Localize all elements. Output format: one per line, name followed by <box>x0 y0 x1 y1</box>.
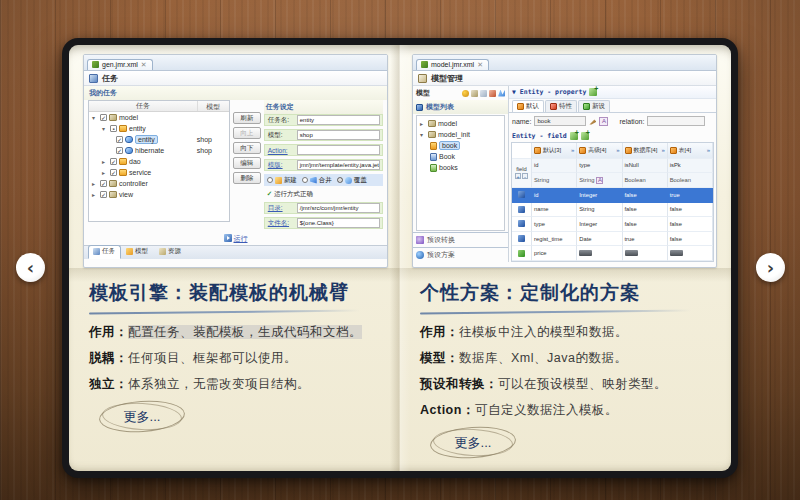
tree-row-selected[interactable]: entity shop <box>89 134 229 145</box>
value-badge[interactable] <box>579 250 592 256</box>
checkbox-checked[interactable] <box>116 147 123 154</box>
letter-a-icon[interactable]: A <box>596 177 603 184</box>
cell[interactable]: id <box>532 188 577 203</box>
tree-row[interactable]: ▾model_init <box>417 129 504 140</box>
cell[interactable]: price <box>532 246 577 261</box>
tab-model[interactable]: 模型 <box>121 245 154 259</box>
cell[interactable] <box>668 246 713 261</box>
row-icon-cell[interactable] <box>512 188 532 203</box>
action-link[interactable]: Action: <box>265 147 297 154</box>
preset-plan-item[interactable]: 预设方案 <box>413 247 508 262</box>
template-input[interactable]: jmr/jmr/template/entity.java.jet <box>297 160 380 170</box>
cell[interactable]: false <box>623 203 668 218</box>
tab-resource[interactable]: 资源 <box>154 245 187 259</box>
value-badge[interactable] <box>625 250 638 256</box>
cell[interactable] <box>623 246 668 261</box>
filename-link[interactable]: 文件名: <box>265 219 297 228</box>
tree-row[interactable]: ▸service <box>89 167 229 178</box>
carousel-prev-button[interactable]: ‹ <box>16 253 45 282</box>
tree-row[interactable]: ▸model <box>417 118 504 129</box>
twistie-icon[interactable]: ▸ <box>102 158 108 165</box>
tree-row[interactable]: Book <box>417 151 504 162</box>
template-link[interactable]: 模版: <box>265 161 297 170</box>
row-icon-cell[interactable] <box>512 203 532 218</box>
cell[interactable] <box>577 246 622 261</box>
remove-row-icon[interactable]: - <box>522 173 528 179</box>
cell[interactable]: name <box>532 203 577 218</box>
radio-overwrite[interactable]: 覆盖 <box>337 176 367 185</box>
checkbox-checked[interactable] <box>110 169 117 176</box>
twistie-icon[interactable]: ▸ <box>102 169 108 176</box>
cell[interactable]: Integer <box>577 217 622 232</box>
tree-row[interactable]: books <box>417 162 504 173</box>
column-group[interactable]: 高级[4]» <box>577 143 622 159</box>
pencil-icon[interactable] <box>589 118 596 125</box>
twistie-icon[interactable]: ▾ <box>420 131 426 138</box>
chevrons-icon[interactable]: » <box>616 147 619 153</box>
cell[interactable]: Date <box>577 232 622 247</box>
tree-row[interactable]: ▾model <box>89 112 229 123</box>
column-header[interactable]: isNull <box>623 159 668 174</box>
add-row-icon[interactable]: + <box>515 173 521 179</box>
tree-row-selected[interactable]: book <box>417 140 504 151</box>
value-badge[interactable] <box>670 250 683 256</box>
letter-a-icon[interactable]: A <box>599 117 608 126</box>
collapse-icon[interactable] <box>471 90 478 97</box>
radio-new[interactable]: 新建 <box>267 176 297 185</box>
checkbox-partial[interactable] <box>110 125 117 132</box>
chevrons-icon[interactable]: » <box>661 147 664 153</box>
cell[interactable]: true <box>623 232 668 247</box>
cell[interactable]: false <box>668 232 713 247</box>
close-icon[interactable]: ✕ <box>477 61 483 68</box>
chevrons-icon[interactable]: » <box>571 147 574 153</box>
row-icon-cell[interactable] <box>512 217 532 232</box>
checkbox-checked[interactable] <box>100 114 107 121</box>
column-header[interactable]: type <box>577 159 622 174</box>
run-link[interactable]: 运行 <box>234 235 248 242</box>
tab-default[interactable]: 默认 <box>512 100 544 112</box>
sync-icon[interactable] <box>462 90 469 97</box>
cell[interactable]: false <box>668 203 713 218</box>
directory-link[interactable]: 目录: <box>265 204 297 213</box>
row-icon-cell[interactable] <box>512 232 532 247</box>
chevrons-icon[interactable]: » <box>707 147 710 153</box>
add-field-icon[interactable] <box>570 132 578 140</box>
delete-button[interactable]: 删除 <box>233 172 261 184</box>
column-group[interactable]: 数据库[4]» <box>623 143 668 159</box>
preset-convert-item[interactable]: 预设转换 <box>413 232 508 247</box>
refresh-button[interactable]: 刷新 <box>233 112 261 124</box>
more-button[interactable]: 更多... <box>436 429 510 456</box>
add-field-icon[interactable] <box>581 132 589 140</box>
name-input[interactable]: book <box>534 116 586 126</box>
delete-icon[interactable] <box>489 90 496 97</box>
move-up-button[interactable]: 向上 <box>233 127 261 139</box>
checkbox-checked[interactable] <box>110 158 117 165</box>
twistie-icon[interactable]: ▸ <box>420 120 426 127</box>
column-header[interactable]: id <box>532 159 577 174</box>
cell[interactable]: false <box>623 217 668 232</box>
cell[interactable]: regist_time <box>532 232 577 247</box>
add-property-icon[interactable] <box>589 88 597 96</box>
close-icon[interactable]: ✕ <box>141 61 147 68</box>
cell[interactable]: false <box>623 188 668 203</box>
action-input[interactable] <box>297 145 380 155</box>
expand-icon[interactable] <box>480 90 487 97</box>
edit-button[interactable]: 编辑 <box>233 157 261 169</box>
tree-row[interactable]: ▸dao <box>89 156 229 167</box>
twistie-icon[interactable]: ▸ <box>92 180 98 187</box>
tab-model-jmr-xml[interactable]: model.jmr.xml ✕ <box>416 59 489 70</box>
checkbox-checked[interactable] <box>100 191 107 198</box>
twistie-icon[interactable]: ▸ <box>92 191 98 198</box>
column-group[interactable]: 表[4]» <box>668 143 713 159</box>
relation-input[interactable] <box>647 116 705 126</box>
directory-input[interactable]: /jmr/src/com/jmr/entity <box>297 203 380 213</box>
tab-new[interactable]: 新设 <box>578 100 610 112</box>
checkbox-checked[interactable] <box>116 136 123 143</box>
cell[interactable]: String <box>577 203 622 218</box>
filename-input[interactable]: ${one.Class} <box>297 218 380 228</box>
column-header[interactable]: isPk <box>668 159 713 174</box>
twistie-icon[interactable]: ▾ <box>102 125 108 132</box>
carousel-next-button[interactable]: › <box>756 253 785 282</box>
cell[interactable]: type <box>532 217 577 232</box>
sort-icon[interactable] <box>498 90 505 97</box>
